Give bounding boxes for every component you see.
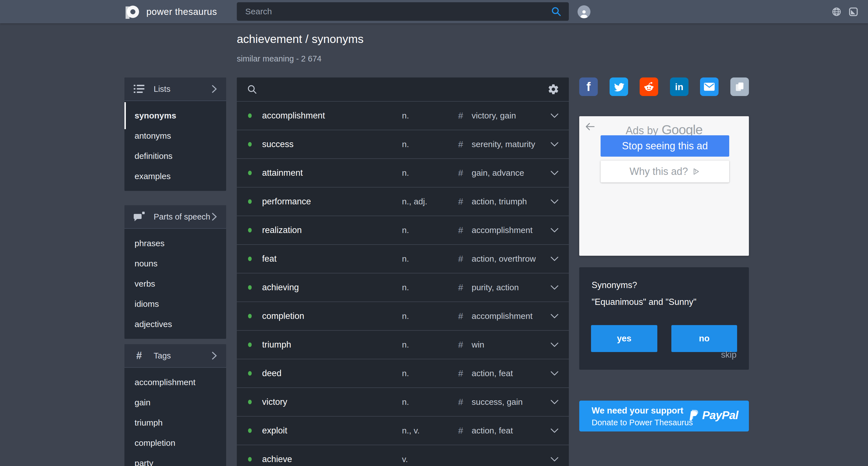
word-row[interactable]: performance n., adj. # action, triumph bbox=[237, 188, 569, 215]
sidebar-item-adjectives[interactable]: adjectives bbox=[124, 314, 226, 334]
word-row[interactable]: feat n. # action, overthrow bbox=[237, 245, 569, 273]
word-row[interactable]: achieve v. bbox=[237, 445, 569, 466]
sidebar-item-verbs[interactable]: verbs bbox=[124, 274, 226, 294]
word-row[interactable]: success n. # serenity, maturity bbox=[237, 130, 569, 158]
chevron-down-icon[interactable] bbox=[550, 228, 559, 233]
search-input[interactable] bbox=[237, 2, 551, 21]
synonym-term[interactable]: feat bbox=[262, 245, 277, 273]
sidebar-section-tags: # Tags accomplishment gain triumph compl… bbox=[124, 344, 226, 466]
synonym-term[interactable]: triumph bbox=[262, 331, 291, 359]
sidebar-tag-party[interactable]: party bbox=[124, 453, 226, 466]
topic-tags: action, triumph bbox=[472, 188, 527, 215]
synonym-term[interactable]: exploit bbox=[262, 417, 287, 445]
word-row[interactable]: triumph n. # win bbox=[237, 331, 569, 359]
chevron-down-icon[interactable] bbox=[550, 457, 559, 462]
synonym-term[interactable]: deed bbox=[262, 359, 281, 388]
synonym-term[interactable]: accomplishment bbox=[262, 102, 325, 130]
synonym-term[interactable]: performance bbox=[262, 188, 311, 215]
sidebar-tag-gain[interactable]: gain bbox=[124, 393, 226, 413]
yes-button[interactable]: yes bbox=[591, 325, 657, 352]
sidebar-item-synonyms[interactable]: synonyms bbox=[124, 105, 226, 126]
hash-icon: # bbox=[458, 273, 463, 301]
synonym-term[interactable]: achieve bbox=[262, 445, 292, 466]
word-row[interactable]: achieving n. # purity, action bbox=[237, 273, 569, 301]
why-this-ad-button[interactable]: Why this ad? bbox=[600, 161, 729, 182]
sidebar-item-examples[interactable]: examples bbox=[124, 166, 226, 187]
word-row[interactable]: accomplishment n. # victory, gain bbox=[237, 102, 569, 130]
reddit-share-button[interactable] bbox=[640, 77, 658, 96]
topic-tags: accomplishment bbox=[472, 302, 533, 330]
parts-of-speech-section-header[interactable]: Parts of speech bbox=[124, 205, 226, 229]
synonym-term[interactable]: success bbox=[262, 130, 293, 158]
word-row[interactable]: victory n. # success, gain bbox=[237, 388, 569, 416]
chevron-right-icon bbox=[212, 212, 217, 222]
gear-icon[interactable] bbox=[548, 84, 559, 95]
hash-icon: # bbox=[458, 159, 463, 187]
synonym-term[interactable]: achieving bbox=[262, 273, 299, 301]
power-thesaurus-logo-icon bbox=[124, 4, 140, 20]
app-header: power thesaurus bbox=[0, 0, 868, 23]
copy-link-button[interactable] bbox=[731, 77, 749, 96]
word-row[interactable]: attainment n. # gain, advance bbox=[237, 159, 569, 187]
sidebar-item-definitions[interactable]: definitions bbox=[124, 146, 226, 166]
chevron-down-icon[interactable] bbox=[550, 170, 559, 175]
word-row[interactable]: deed n. # action, feat bbox=[237, 359, 569, 388]
part-of-speech: n., adj. bbox=[402, 188, 427, 215]
section-label: Lists bbox=[154, 85, 170, 94]
synonym-term[interactable]: attainment bbox=[262, 159, 303, 187]
theme-toggle-icon[interactable] bbox=[848, 7, 859, 17]
chevron-down-icon[interactable] bbox=[550, 113, 559, 118]
globe-icon[interactable] bbox=[832, 7, 842, 17]
avatar[interactable] bbox=[578, 5, 590, 18]
skip-link[interactable]: skip bbox=[721, 350, 737, 360]
sidebar-tag-triumph[interactable]: triumph bbox=[124, 413, 226, 433]
tags-section-header[interactable]: # Tags bbox=[124, 344, 226, 368]
chevron-down-icon[interactable] bbox=[550, 285, 559, 290]
chevron-down-icon[interactable] bbox=[550, 371, 559, 376]
donate-banner[interactable]: We need your support Donate to Power The… bbox=[579, 401, 749, 431]
part-of-speech: n. bbox=[402, 245, 409, 273]
linkedin-icon: in bbox=[675, 81, 683, 92]
search-icon[interactable] bbox=[551, 6, 569, 17]
lists-section-header[interactable]: Lists bbox=[124, 77, 226, 101]
sidebar-item-nouns[interactable]: nouns bbox=[124, 254, 226, 274]
part-of-speech: v. bbox=[402, 445, 408, 466]
linkedin-share-button[interactable]: in bbox=[670, 77, 688, 96]
topic-tags: win bbox=[472, 331, 484, 359]
sidebar-tag-completion[interactable]: completion bbox=[124, 433, 226, 453]
page-title: achievement / synonyms bbox=[237, 33, 364, 46]
google-logo-text: Google bbox=[661, 122, 703, 137]
strength-dot bbox=[248, 199, 252, 204]
strength-dot bbox=[248, 113, 252, 118]
hash-icon: # bbox=[458, 188, 463, 215]
topic-tags: victory, gain bbox=[472, 102, 516, 130]
word-row[interactable]: exploit n., v. # action, feat bbox=[237, 417, 569, 445]
sidebar-item-antonyms[interactable]: antonyms bbox=[124, 126, 226, 146]
chevron-down-icon[interactable] bbox=[550, 428, 559, 433]
hash-icon: # bbox=[458, 417, 463, 445]
chevron-down-icon[interactable] bbox=[550, 342, 559, 347]
stop-seeing-ad-button[interactable]: Stop seeing this ad bbox=[600, 135, 729, 157]
synonym-term[interactable]: victory bbox=[262, 388, 287, 416]
no-button[interactable]: no bbox=[671, 325, 737, 352]
part-of-speech: n. bbox=[402, 302, 409, 330]
strength-dot bbox=[248, 428, 252, 433]
sidebar-item-idioms[interactable]: idioms bbox=[124, 294, 226, 314]
chevron-down-icon[interactable] bbox=[550, 256, 559, 261]
email-share-button[interactable] bbox=[700, 77, 718, 96]
sidebar-tag-accomplishment[interactable]: accomplishment bbox=[124, 372, 226, 393]
synonym-term[interactable]: realization bbox=[262, 216, 302, 244]
brand-logo[interactable]: power thesaurus bbox=[124, 0, 217, 23]
word-row[interactable]: realization n. # accomplishment bbox=[237, 216, 569, 244]
filter-search-icon[interactable] bbox=[246, 84, 257, 95]
facebook-share-button[interactable]: f bbox=[579, 77, 598, 96]
chevron-down-icon[interactable] bbox=[550, 142, 559, 147]
strength-dot bbox=[248, 400, 252, 404]
chevron-down-icon[interactable] bbox=[550, 199, 559, 204]
sidebar-item-phrases[interactable]: phrases bbox=[124, 233, 226, 254]
synonym-term[interactable]: completion bbox=[262, 302, 304, 330]
chevron-down-icon[interactable] bbox=[550, 399, 559, 404]
word-row[interactable]: completion n. # accomplishment bbox=[237, 302, 569, 330]
twitter-share-button[interactable] bbox=[610, 77, 628, 96]
chevron-down-icon[interactable] bbox=[550, 313, 559, 319]
